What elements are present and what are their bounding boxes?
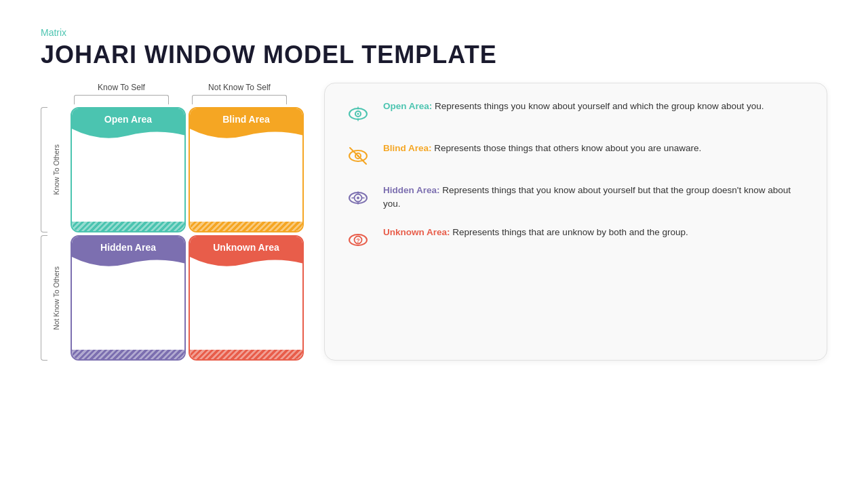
legend-item-open: Open Area: Represents things you know ab…: [344, 100, 808, 128]
legend-eye-target-icon: [345, 185, 371, 211]
card-blind-header: Blind Area: [190, 108, 302, 129]
card-hidden-header: Hidden Area: [72, 237, 184, 257]
row-label-not-know-to-others: Not Know To Others: [41, 235, 62, 361]
legend-icon-open: [344, 100, 372, 128]
legend-desc-unknown: Represents things that are unknow by bot…: [452, 227, 688, 237]
card-open-header: Open Area: [72, 108, 184, 129]
legend-text-open: Open Area: Represents things you know ab…: [383, 100, 764, 113]
legend-item-blind: Blind Area: Represents those things that…: [344, 142, 808, 170]
matrix-section: Know To Self Not Know To Self: [41, 83, 304, 361]
card-blind-bottom-bar: [190, 222, 302, 231]
card-blind-area: Blind Area: [189, 107, 304, 232]
legend-desc-hidden: Represents things that you know about yo…: [383, 185, 791, 209]
card-blind-wave: [189, 128, 304, 143]
row-brace-1: [41, 107, 47, 232]
card-unknown-area: Unknown Area: [189, 235, 304, 361]
matrix-rows: Know To Others Not Know To Others: [41, 107, 304, 361]
legend-desc-blind: Represents those things that others know…: [434, 143, 701, 153]
row-label-2: Not Know To Others: [52, 266, 60, 330]
legend-question-eye-icon: ?: [345, 227, 371, 253]
svg-point-34: [357, 197, 359, 199]
legend-item-hidden: Hidden Area: Represents things that you …: [344, 184, 808, 212]
legend-icon-hidden: [344, 184, 372, 212]
legend-item-unknown: ? Unknown Area: Represents things that a…: [344, 226, 808, 254]
card-open-area: Open Area: [71, 107, 186, 232]
card-unknown-header: Unknown Area: [190, 237, 302, 257]
col-brace-2: [192, 95, 287, 104]
header-category: Matrix: [41, 27, 827, 38]
legend-desc-open: Represents things you know about yoursel…: [435, 101, 764, 111]
card-unknown-title: Unknown Area: [213, 242, 279, 253]
matrix-grid: Open Area: [71, 107, 304, 361]
row-brace-2: [41, 235, 47, 361]
row-label-text-wrap-2: Not Know To Others: [50, 235, 62, 361]
legend-text-blind: Blind Area: Represents those things that…: [383, 142, 701, 155]
card-open-title: Open Area: [104, 114, 152, 125]
legend-icon-blind: [344, 142, 372, 170]
header: Matrix JOHARI WINDOW MODEL TEMPLATE: [41, 27, 827, 69]
col-header-know-to-self: Know To Self: [64, 83, 179, 104]
legend-box: Open Area: Represents things you know ab…: [324, 83, 827, 361]
card-blind-title: Blind Area: [222, 114, 270, 125]
card-hidden-bottom-bar: [72, 350, 184, 359]
legend-label-open: Open Area:: [383, 101, 432, 111]
card-unknown-wave: [189, 256, 304, 271]
row-label-know-to-others: Know To Others: [41, 107, 62, 232]
card-hidden-title: Hidden Area: [100, 242, 156, 253]
matrix-row-1: Open Area: [71, 107, 304, 232]
legend-text-hidden: Hidden Area: Represents things that you …: [383, 184, 808, 211]
col-brace-1: [74, 95, 169, 104]
card-hidden-area: Hidden Area: [71, 235, 186, 361]
col-header-label-1: Know To Self: [98, 83, 145, 92]
row-labels: Know To Others Not Know To Others: [41, 107, 62, 361]
card-hidden-wave: [71, 256, 186, 271]
legend-icon-unknown: ?: [344, 226, 372, 254]
legend-label-unknown: Unknown Area:: [383, 227, 450, 237]
legend-label-hidden: Hidden Area:: [383, 185, 440, 195]
card-open-wave: [71, 128, 186, 143]
legend-eye-off-icon: [345, 143, 371, 169]
header-title: JOHARI WINDOW MODEL TEMPLATE: [41, 41, 827, 69]
legend-eye-icon: [345, 101, 371, 127]
card-unknown-bottom-bar: [190, 350, 302, 359]
content-area: Know To Self Not Know To Self: [41, 83, 827, 361]
row-label-text-wrap-1: Know To Others: [50, 107, 62, 232]
col-header-not-know-to-self: Not Know To Self: [182, 83, 297, 104]
legend-label-blind: Blind Area:: [383, 143, 432, 153]
row-label-1: Know To Others: [52, 144, 60, 195]
legend-text-unknown: Unknown Area: Represents things that are…: [383, 226, 688, 239]
svg-text:?: ?: [356, 237, 360, 244]
page: Matrix JOHARI WINDOW MODEL TEMPLATE Know…: [0, 0, 868, 488]
col-header-label-2: Not Know To Self: [208, 83, 271, 92]
card-open-bottom-bar: [72, 222, 184, 231]
matrix-row-2: Hidden Area: [71, 235, 304, 361]
svg-point-21: [357, 113, 359, 115]
